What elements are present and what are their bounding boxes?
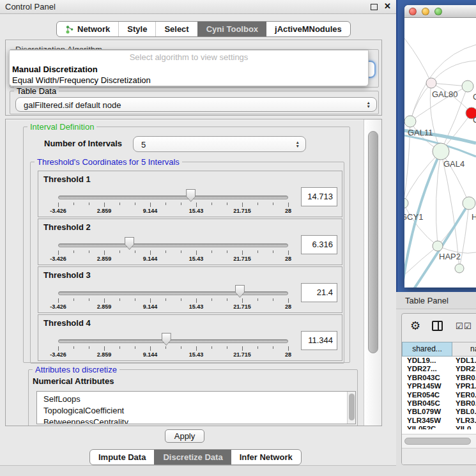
network-node[interactable] [433,143,449,160]
threshold-value-field[interactable]: 21.4 [301,283,337,302]
table-row[interactable]: YDL19...YDL1... [402,357,476,365]
threshold-slider-thumb[interactable] [125,237,134,250]
threshold-slider-thumb[interactable] [235,285,245,298]
table-hscrollbar-thumb[interactable] [404,438,471,445]
zoom-traffic-light-icon[interactable] [434,8,442,15]
tick-mark [242,298,243,303]
scale-label: 2.859 [85,303,123,310]
threshold-slider-thumb[interactable] [186,189,196,202]
minimize-traffic-light-icon[interactable] [422,8,429,15]
cell-name: YDL1... [456,357,476,365]
tick-mark [242,346,243,351]
split-columns-icon[interactable] [432,321,443,331]
tab-discretize-data[interactable]: Discretize Data [154,450,231,464]
tab-cyni-toolbox[interactable]: Cyni Toolbox [197,22,266,36]
threshold-slider-track[interactable] [58,339,288,343]
network-node[interactable] [455,264,464,273]
table-row[interactable]: YBL079WYBL0... [402,408,476,416]
close-traffic-light-icon[interactable] [409,8,417,15]
tab-label: Infer Network [240,452,293,462]
list-scrollbar[interactable] [347,392,355,424]
threshold-slider-track[interactable] [58,243,288,247]
scale-label: 9.144 [131,303,169,310]
number-of-intervals-combobox[interactable]: 5 ▲▼ [133,136,306,152]
table-panel-title: Table Panel [405,296,449,305]
apply-button[interactable]: Apply [165,429,204,443]
network-edge[interactable] [431,61,476,83]
tick-mark [196,346,197,351]
tick-mark [196,250,197,255]
tick-mark [89,298,89,301]
column-header-name[interactable]: na [452,342,476,357]
scale-label: 21.715 [223,351,261,358]
threshold-value-field[interactable]: 11.344 [301,331,337,350]
network-node[interactable] [463,197,475,210]
tab-style[interactable]: Style [118,22,155,36]
checkbox-icon[interactable]: ☑ [456,321,464,331]
tab-jactivemnodules[interactable]: jActiveMNodules [266,22,350,36]
attribute-item[interactable]: BetweennessCentrality [37,417,355,424]
gear-icon[interactable]: ⚙ [410,319,420,333]
cell-name: YPR1... [456,382,476,390]
settings-scrollbar-thumb[interactable] [368,131,378,353]
network-edge[interactable] [404,38,431,83]
tab-impute-data[interactable]: Impute Data [90,450,154,464]
table-row[interactable]: YPR145WYPR1... [402,382,476,390]
table-row[interactable]: YER054CYER0... [402,391,476,399]
table-row[interactable]: YIL052CYIL0... [402,425,476,429]
threshold-slider-track[interactable] [58,291,288,295]
thumb-face [187,190,195,201]
tab-network[interactable]: Network [57,22,118,36]
float-window-icon[interactable] [371,4,378,10]
attribute-item[interactable]: TopologicalCoefficient [37,405,355,417]
network-edge[interactable] [436,151,441,246]
tab-label: Network [77,24,110,34]
algorithm-option[interactable]: Equal Width/Frequency Discretization [12,75,151,86]
attribute-item[interactable]: SelfLoops [37,394,355,405]
list-scrollbar-thumb[interactable] [349,394,355,420]
threshold-value-field[interactable]: 14.713 [301,187,337,206]
tick-mark [242,203,243,207]
numerical-attributes-list[interactable]: SelfLoopsTopologicalCoefficientBetweenne… [36,391,356,424]
network-node[interactable] [426,78,436,88]
cell-shared-name: YDL19... [407,357,436,365]
thumb-face [125,238,134,249]
tab-label: Discretize Data [163,452,222,462]
tick-mark [58,346,59,351]
checkbox-icon[interactable]: ☑ [464,321,472,331]
tab-select[interactable]: Select [155,22,197,36]
network-node[interactable] [404,116,416,127]
threshold-slider-track[interactable] [58,196,288,199]
thumb-face [236,286,244,297]
network-edge[interactable] [441,151,459,268]
tick-mark [196,298,197,303]
tick-mark [58,203,59,207]
algorithm-option[interactable]: Manual Discretization [12,64,98,75]
tick-mark [150,250,151,255]
table-row[interactable]: YBR043CYBR0... [402,374,476,382]
threshold-slider-thumb[interactable] [162,333,171,346]
network-node[interactable] [433,241,443,251]
table-row[interactable]: YDR27...YDR2... [402,365,476,373]
network-edge[interactable] [404,203,438,246]
close-icon[interactable]: ✕ [384,1,391,11]
cell-shared-name: YER054C [407,391,440,399]
table-row[interactable]: YLR345WYLR3... [402,417,476,425]
network-node[interactable] [462,81,473,92]
threshold-label: Threshold 3 [43,270,91,280]
network-canvas[interactable]: GAL80GAGAL11CGAL4GCY1HHAP2 [404,18,476,288]
column-header-shared-name[interactable]: shared... [402,342,452,357]
network-node[interactable] [404,198,408,208]
tick-mark [273,250,273,253]
tick-mark [227,250,227,253]
tick-mark [135,346,135,349]
table-hscrollbar[interactable] [402,434,476,448]
threshold-value-field[interactable]: 6.316 [301,235,337,254]
tick-mark [73,346,74,349]
tick-mark [288,298,289,303]
settings-scrollbar[interactable] [364,119,382,426]
table-row[interactable]: YBR045CYBR0... [402,399,476,408]
table-data-combobox[interactable]: galFiltered.sif default node ▲▼ [15,97,377,112]
network-edge[interactable] [410,83,431,121]
tab-infer-network[interactable]: Infer Network [231,450,301,464]
